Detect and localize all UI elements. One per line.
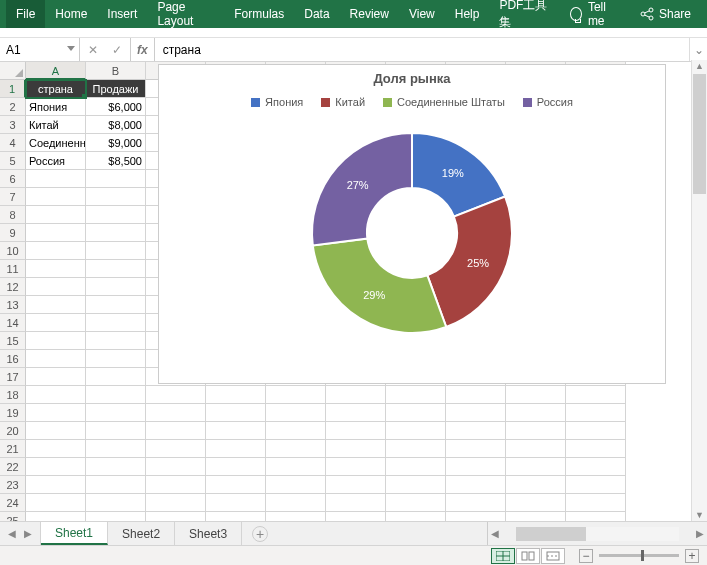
cell[interactable]	[446, 386, 506, 404]
cell[interactable]	[86, 278, 146, 296]
cell[interactable]	[326, 512, 386, 521]
name-box[interactable]: A1	[0, 38, 80, 61]
ribbon-tab-pdf[interactable]: PDF工具集	[489, 0, 560, 28]
row-header[interactable]: 25	[0, 512, 26, 521]
row-header[interactable]: 9	[0, 224, 26, 242]
cell[interactable]	[86, 224, 146, 242]
cell[interactable]	[146, 512, 206, 521]
row-header[interactable]: 18	[0, 386, 26, 404]
cell[interactable]	[206, 440, 266, 458]
ribbon-tab-insert[interactable]: Insert	[97, 0, 147, 28]
share-button[interactable]: Share	[629, 0, 701, 28]
tell-me[interactable]: Tell me	[560, 0, 629, 28]
row-header[interactable]: 13	[0, 296, 26, 314]
cell[interactable]	[26, 314, 86, 332]
add-sheet-button[interactable]: +	[252, 526, 268, 542]
cell[interactable]	[386, 440, 446, 458]
scroll-right-icon[interactable]: ▶	[693, 528, 707, 539]
cell[interactable]	[566, 458, 626, 476]
ribbon-tab-view[interactable]: View	[399, 0, 445, 28]
cell[interactable]	[446, 476, 506, 494]
cell[interactable]	[26, 332, 86, 350]
cell[interactable]	[86, 314, 146, 332]
cell[interactable]	[206, 512, 266, 521]
cell[interactable]: $6,000	[86, 98, 146, 116]
fx-icon[interactable]: fx	[131, 38, 155, 61]
cell[interactable]	[386, 512, 446, 521]
cell[interactable]: $8,500	[86, 152, 146, 170]
cell[interactable]	[386, 476, 446, 494]
cell[interactable]	[26, 458, 86, 476]
cell[interactable]	[266, 422, 326, 440]
sheet-tab-sheet2[interactable]: Sheet2	[108, 522, 175, 545]
cell[interactable]	[266, 440, 326, 458]
row-header[interactable]: 15	[0, 332, 26, 350]
scroll-up-icon[interactable]: ▲	[692, 61, 707, 71]
sheet-nav-next-icon[interactable]: ▶	[22, 528, 34, 539]
cell[interactable]	[506, 386, 566, 404]
select-all-corner[interactable]	[0, 62, 26, 80]
cell[interactable]: $9,000	[86, 134, 146, 152]
ribbon-tab-formulas[interactable]: Formulas	[224, 0, 294, 28]
cell[interactable]	[86, 476, 146, 494]
cell[interactable]	[386, 458, 446, 476]
cell[interactable]	[86, 296, 146, 314]
formula-input[interactable]: страна	[155, 38, 689, 61]
cell[interactable]	[266, 494, 326, 512]
cell[interactable]	[566, 422, 626, 440]
cell[interactable]	[146, 422, 206, 440]
sheet-nav-prev-icon[interactable]: ◀	[6, 528, 18, 539]
cell[interactable]	[266, 386, 326, 404]
cell[interactable]	[206, 476, 266, 494]
ribbon-tab-home[interactable]: Home	[45, 0, 97, 28]
row-header[interactable]: 23	[0, 476, 26, 494]
row-header[interactable]: 20	[0, 422, 26, 440]
cell[interactable]: страна	[26, 80, 86, 98]
row-header[interactable]: 12	[0, 278, 26, 296]
cell[interactable]	[146, 494, 206, 512]
cell[interactable]	[26, 440, 86, 458]
cell[interactable]: Китай	[26, 116, 86, 134]
cancel-formula-icon[interactable]: ✕	[86, 43, 100, 57]
cell[interactable]	[386, 494, 446, 512]
ribbon-tab-help[interactable]: Help	[445, 0, 490, 28]
cell[interactable]: Япония	[26, 98, 86, 116]
cell[interactable]	[266, 476, 326, 494]
cell[interactable]	[266, 512, 326, 521]
cell[interactable]	[326, 422, 386, 440]
cell[interactable]	[26, 278, 86, 296]
accept-formula-icon[interactable]: ✓	[110, 43, 124, 57]
zoom-slider[interactable]	[599, 554, 679, 557]
cell[interactable]	[86, 440, 146, 458]
row-header[interactable]: 11	[0, 260, 26, 278]
cell[interactable]	[206, 458, 266, 476]
ribbon-tab-file[interactable]: File	[6, 0, 45, 28]
cell[interactable]	[146, 440, 206, 458]
cell[interactable]	[326, 440, 386, 458]
cell[interactable]	[566, 512, 626, 521]
scroll-left-icon[interactable]: ◀	[488, 528, 502, 539]
cell[interactable]	[386, 404, 446, 422]
row-header[interactable]: 17	[0, 368, 26, 386]
cell[interactable]	[86, 422, 146, 440]
cell[interactable]	[206, 386, 266, 404]
row-header[interactable]: 14	[0, 314, 26, 332]
cell[interactable]	[446, 512, 506, 521]
cell[interactable]	[26, 188, 86, 206]
cell[interactable]	[566, 476, 626, 494]
cell[interactable]	[326, 404, 386, 422]
cell[interactable]	[26, 170, 86, 188]
cell[interactable]	[146, 404, 206, 422]
cell[interactable]	[26, 206, 86, 224]
ribbon-tab-pagelayout[interactable]: Page Layout	[147, 0, 224, 28]
view-normal-button[interactable]	[491, 548, 515, 564]
cell[interactable]	[146, 458, 206, 476]
cell[interactable]	[86, 512, 146, 521]
cell[interactable]	[446, 440, 506, 458]
cell[interactable]	[86, 188, 146, 206]
scroll-thumb[interactable]	[516, 527, 586, 541]
cell[interactable]	[446, 494, 506, 512]
cell[interactable]	[26, 476, 86, 494]
cell[interactable]	[86, 206, 146, 224]
ribbon-tab-data[interactable]: Data	[294, 0, 339, 28]
